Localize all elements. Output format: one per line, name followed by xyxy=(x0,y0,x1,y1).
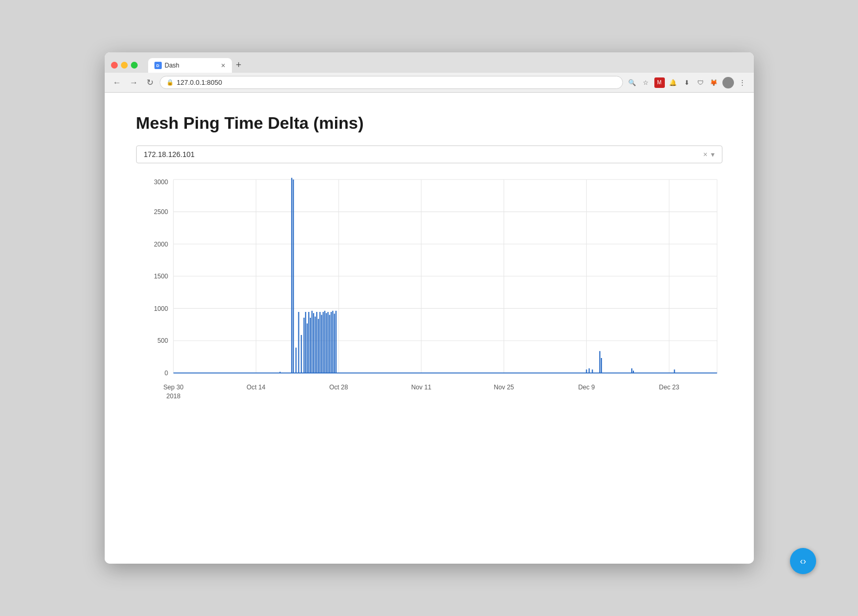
devtools-icon: ‹› xyxy=(800,556,806,567)
menu-icon[interactable]: ⋮ xyxy=(737,77,748,88)
browser-window: D Dash × + ← → ↻ 🔒 127.0.0.1:8050 🔍 ☆ M … xyxy=(105,52,754,564)
svg-text:2500: 2500 xyxy=(153,208,168,216)
tab-label: Dash xyxy=(165,62,180,69)
chart-svg: 0 500 1000 1500 2000 2500 3000 Sep 30 20… xyxy=(136,174,722,404)
svg-text:Dec 9: Dec 9 xyxy=(578,383,595,391)
ext-icon-3[interactable]: ⬇ xyxy=(682,77,692,88)
svg-text:2000: 2000 xyxy=(153,240,168,248)
browser-toolbar: ← → ↻ 🔒 127.0.0.1:8050 🔍 ☆ M 🔔 ⬇ 🛡 🦊 ⋮ xyxy=(105,73,754,93)
ext-icon-1[interactable]: M xyxy=(654,77,665,88)
svg-text:2018: 2018 xyxy=(166,392,180,400)
new-tab-button[interactable]: + xyxy=(232,58,246,73)
toolbar-icons: 🔍 ☆ M 🔔 ⬇ 🛡 🦊 ⋮ xyxy=(627,77,748,88)
svg-text:3000: 3000 xyxy=(153,177,168,186)
devtools-button[interactable]: ‹› xyxy=(790,548,816,574)
maximize-button[interactable] xyxy=(131,62,138,69)
svg-text:0: 0 xyxy=(164,369,168,377)
svg-text:Sep 30: Sep 30 xyxy=(163,383,183,391)
page-title: Mesh Ping Time Delta (mins) xyxy=(136,114,722,133)
svg-text:Oct 28: Oct 28 xyxy=(329,383,348,391)
address-text: 127.0.0.1:8050 xyxy=(177,79,222,86)
ext-icon-5[interactable]: 🦊 xyxy=(709,77,719,88)
svg-text:Oct 14: Oct 14 xyxy=(247,383,265,391)
svg-text:1000: 1000 xyxy=(153,304,168,312)
dropdown-controls: × ▾ xyxy=(703,150,714,159)
dropdown-clear-icon[interactable]: × xyxy=(703,150,707,159)
svg-text:Nov 25: Nov 25 xyxy=(494,383,514,391)
lock-icon: 🔒 xyxy=(166,79,174,86)
dropdown-selected-value: 172.18.126.101 xyxy=(144,150,195,159)
address-bar[interactable]: 🔒 127.0.0.1:8050 xyxy=(160,76,623,89)
chart-area: 0 500 1000 1500 2000 2500 3000 Sep 30 20… xyxy=(136,174,722,404)
close-button[interactable] xyxy=(111,62,118,69)
svg-text:Dec 23: Dec 23 xyxy=(659,383,679,391)
dropdown-arrow-icon[interactable]: ▾ xyxy=(711,150,715,159)
ext-icon-2[interactable]: 🔔 xyxy=(668,77,678,88)
ip-dropdown[interactable]: 172.18.126.101 × ▾ xyxy=(136,145,722,163)
tab-favicon: D xyxy=(154,62,162,69)
bookmark-icon[interactable]: ☆ xyxy=(641,77,651,88)
minimize-button[interactable] xyxy=(121,62,128,69)
page-content: Mesh Ping Time Delta (mins) 172.18.126.1… xyxy=(105,93,754,564)
titlebar: D Dash × + xyxy=(105,52,754,73)
active-tab[interactable]: D Dash × xyxy=(148,58,232,73)
back-button[interactable]: ← xyxy=(111,77,124,88)
svg-text:1500: 1500 xyxy=(153,272,168,281)
tabs-bar: D Dash × + xyxy=(148,58,748,73)
refresh-button[interactable]: ↻ xyxy=(144,76,155,88)
ext-icon-4[interactable]: 🛡 xyxy=(695,77,706,88)
tab-close-icon[interactable]: × xyxy=(221,61,225,70)
svg-text:Nov 11: Nov 11 xyxy=(411,383,431,391)
search-icon[interactable]: 🔍 xyxy=(627,77,638,88)
svg-text:500: 500 xyxy=(157,337,168,345)
forward-button[interactable]: → xyxy=(128,77,140,88)
browser-chrome: D Dash × + ← → ↻ 🔒 127.0.0.1:8050 🔍 ☆ M … xyxy=(105,52,754,93)
profile-icon[interactable] xyxy=(722,77,734,88)
traffic-lights xyxy=(111,62,138,69)
